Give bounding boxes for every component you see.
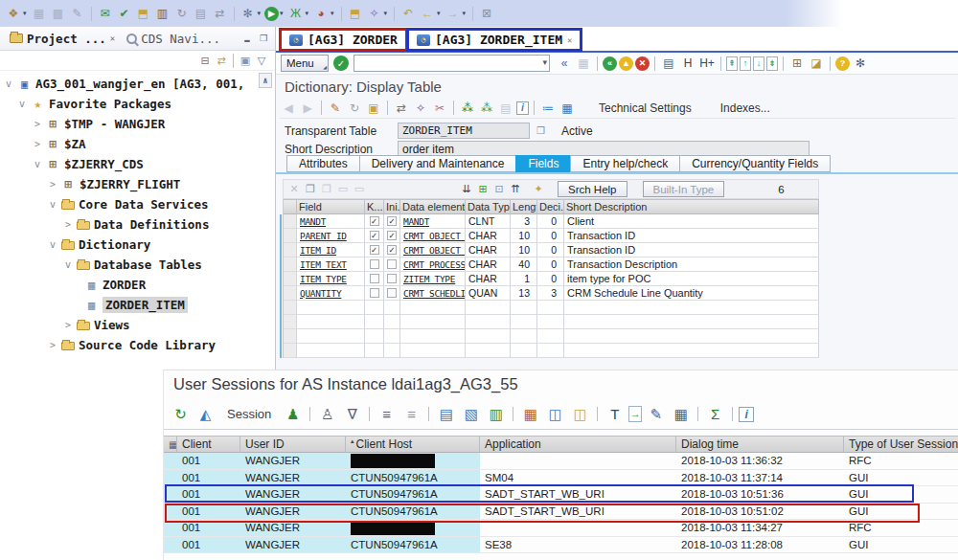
save-all-icon[interactable]: ▩ bbox=[50, 5, 67, 22]
ini-checkbox-cell[interactable] bbox=[384, 214, 400, 229]
tree-item-favorite-packages[interactable]: v Favorite Packages bbox=[0, 94, 275, 114]
row-selector[interactable] bbox=[284, 229, 297, 243]
field-row-mandt[interactable]: MANDT MANDT CLNT 3 0 Client bbox=[284, 214, 819, 229]
expand-caret[interactable]: > bbox=[33, 139, 42, 149]
refresh-icon[interactable]: ↻ bbox=[170, 404, 192, 424]
prev-page-icon[interactable]: ↑ bbox=[740, 56, 751, 71]
filter-icon[interactable]: ∇ bbox=[341, 404, 363, 424]
last-page-icon[interactable]: ⇟ bbox=[766, 56, 778, 71]
ini-checkbox-cell[interactable] bbox=[384, 272, 400, 286]
calc-icon[interactable]: ▦ bbox=[670, 404, 692, 424]
row-selector[interactable] bbox=[284, 214, 297, 229]
field-row-quantity[interactable]: QUANTITY CRMT_SCHEDLIN_Q_ QUAN 13 3 CRM … bbox=[284, 286, 819, 301]
settings-icon[interactable]: ✻ bbox=[240, 5, 257, 22]
col-field[interactable]: Field bbox=[297, 199, 365, 214]
field-row-item-type[interactable]: ITEM_TYPE ZITEM_TYPE CHAR 1 0 item type … bbox=[284, 272, 819, 286]
first-page-icon[interactable]: ⇞ bbox=[726, 56, 738, 71]
field-row-item-text[interactable]: ITEM_TEXT CRMT_PROCESS_DE_ CHAR 40 0 Tra… bbox=[284, 258, 819, 272]
sort-descending-icon[interactable]: ≡ bbox=[400, 404, 422, 424]
abap-doc-icon[interactable]: ▥ bbox=[154, 5, 171, 22]
tab-cds-navigator[interactable]: CDS Navi... bbox=[121, 27, 226, 51]
tree-item-zjerry-flight[interactable]: > $ZJERRY_FLIGHT bbox=[0, 174, 275, 194]
command-field[interactable] bbox=[354, 55, 550, 72]
info-icon[interactable]: i bbox=[739, 407, 754, 422]
data-element-link[interactable]: CRMT_OBJECT_ID_ bbox=[400, 243, 466, 258]
row-selector[interactable] bbox=[284, 272, 297, 286]
debug-icon-dropdown[interactable]: ▾ bbox=[306, 10, 309, 17]
key-icon[interactable]: ✦ bbox=[531, 182, 546, 197]
col-client[interactable]: Client bbox=[177, 436, 240, 453]
ini-checkbox[interactable] bbox=[387, 288, 397, 298]
tree-item-core-data-services[interactable]: v Core Data Services bbox=[0, 194, 275, 214]
field-row-item-id[interactable]: ITEM_ID CRMT_OBJECT_ID_ CHAR 10 0 Transa… bbox=[284, 243, 819, 258]
customize-icon[interactable]: ✻ bbox=[852, 55, 869, 72]
srch-help-button[interactable]: Srch Help bbox=[558, 181, 627, 197]
hierarchy-icon[interactable]: ⁂ bbox=[459, 100, 476, 117]
select-block-icon[interactable]: ⊡ bbox=[491, 182, 507, 197]
user-icon[interactable]: ♟ bbox=[282, 404, 304, 424]
editor-tab-zorder-item[interactable]: [AG3] ZORDER_ITEM ✕ bbox=[406, 28, 582, 52]
forward-icon[interactable]: → bbox=[445, 5, 462, 22]
cut-icon[interactable]: ✕ bbox=[286, 182, 302, 197]
info-icon[interactable]: i bbox=[516, 101, 529, 115]
export-icon[interactable]: → bbox=[628, 406, 642, 422]
pin-editor-icon[interactable]: ⊠ bbox=[478, 5, 495, 22]
expand-caret[interactable]: v bbox=[33, 159, 42, 169]
key-checkbox[interactable] bbox=[370, 216, 379, 226]
copy-icon[interactable]: ❐ bbox=[303, 182, 318, 197]
key-checkbox[interactable] bbox=[370, 288, 379, 298]
field-link[interactable]: ITEM_TEXT bbox=[297, 258, 365, 272]
session-row[interactable]: 001 WANGJER 2018-10-03 11:34:27 RFC bbox=[164, 520, 958, 537]
next-page-icon[interactable]: ↓ bbox=[753, 56, 764, 71]
move-up-icon[interactable]: ⇈ bbox=[508, 182, 523, 197]
expand-caret[interactable]: > bbox=[48, 340, 57, 350]
tab-fields[interactable]: Fields bbox=[515, 155, 570, 172]
expand-caret[interactable]: v bbox=[48, 199, 57, 210]
expand-caret[interactable]: > bbox=[48, 179, 57, 190]
layout-icon[interactable] bbox=[164, 436, 177, 453]
ini-checkbox-cell[interactable] bbox=[384, 243, 400, 258]
find-icon[interactable]: H bbox=[679, 55, 696, 72]
table-icon[interactable]: ▦ bbox=[559, 100, 576, 117]
key-checkbox-cell[interactable] bbox=[365, 258, 384, 272]
new-wizard-icon-dropdown[interactable]: ▾ bbox=[23, 10, 27, 17]
forward-icon[interactable]: ▶ bbox=[299, 100, 316, 117]
open-object-icon[interactable]: ⬒ bbox=[347, 5, 364, 22]
prev-edit-icon[interactable]: ↶ bbox=[399, 5, 417, 22]
insert-row-icon[interactable]: ⊞ bbox=[475, 182, 490, 197]
col-client-host[interactable]: ▴Client Host bbox=[346, 436, 480, 453]
tree-item-data-definitions[interactable]: > Data Definitions bbox=[0, 214, 275, 235]
sort-ascending-icon[interactable]: ≡ bbox=[376, 404, 398, 424]
sum-icon[interactable]: Σ bbox=[704, 404, 726, 424]
key-checkbox[interactable] bbox=[370, 245, 379, 255]
ini-checkbox[interactable] bbox=[387, 216, 397, 226]
key-checkbox[interactable] bbox=[370, 231, 379, 240]
col-data-type[interactable]: Data Type bbox=[466, 199, 511, 214]
session-row[interactable]: 001 WANGJER CTUN50947961A SM04 2018-10-0… bbox=[164, 470, 958, 487]
forward-icon-dropdown[interactable]: ▾ bbox=[463, 10, 467, 17]
ini-checkbox[interactable] bbox=[387, 231, 397, 240]
data-element-link[interactable]: CRMT_OBJECT_ID_ bbox=[400, 229, 466, 243]
view-menu-icon[interactable]: ▽ bbox=[254, 53, 269, 68]
session-row-highlight-red[interactable]: 001 WANGJER CTUN50947961A SADT_START_WB_… bbox=[164, 504, 958, 521]
ini-checkbox-cell[interactable] bbox=[384, 258, 400, 272]
transport-icon[interactable]: ⇄ bbox=[393, 100, 410, 117]
field-row-parent-id[interactable]: PARENT_ID CRMT_OBJECT_ID_ CHAR 10 0 Tran… bbox=[284, 229, 819, 243]
settings-icon-dropdown[interactable]: ▾ bbox=[258, 10, 262, 17]
back-icon[interactable]: ← bbox=[419, 5, 436, 22]
data-element-link[interactable]: ZITEM_TYPE bbox=[400, 272, 466, 286]
log-icon[interactable]: ✎ bbox=[645, 404, 667, 424]
tree-item-source-code-library[interactable]: > Source Code Library bbox=[0, 335, 275, 355]
new-wizard-icon[interactable]: ❖ bbox=[5, 5, 22, 22]
field-link[interactable]: ITEM_TYPE bbox=[297, 272, 365, 286]
data-element-link[interactable]: MANDT bbox=[400, 214, 466, 229]
ini-checkbox-cell[interactable] bbox=[384, 229, 400, 243]
close-icon[interactable]: ✕ bbox=[567, 35, 572, 45]
back-icon[interactable]: ◀ bbox=[280, 100, 297, 117]
tab-delivery-maintenance[interactable]: Delivery and Maintenance bbox=[359, 155, 516, 172]
scroll-up-button[interactable] bbox=[259, 73, 272, 88]
wand-icon[interactable]: ✧ bbox=[366, 5, 383, 22]
tree-item-zorder-item[interactable]: ZORDER_ITEM bbox=[0, 295, 275, 315]
profile-icon[interactable]: ◕ bbox=[312, 5, 330, 22]
choose-detail-icon[interactable]: ▥ bbox=[485, 404, 507, 424]
